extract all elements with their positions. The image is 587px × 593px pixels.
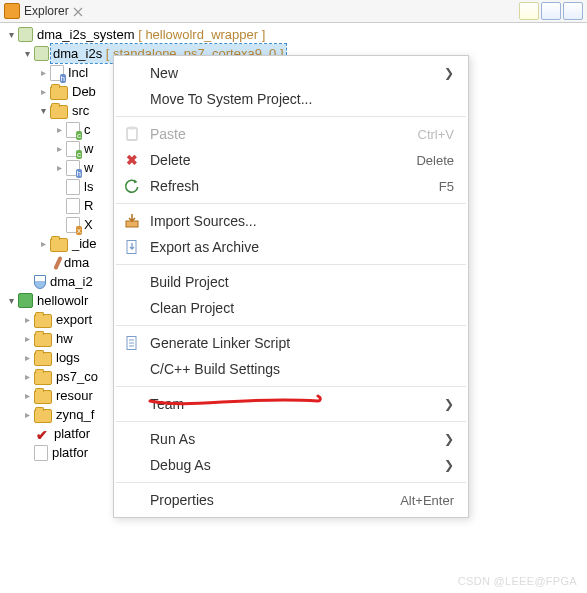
folder-icon	[34, 333, 52, 347]
chevron-right-icon[interactable]	[20, 351, 34, 365]
menu-move-to-system-project[interactable]: Move To System Project...	[114, 86, 468, 112]
tree-label: _ide	[70, 234, 99, 253]
chevron-right-icon: ❯	[436, 397, 454, 411]
tree-label: X	[82, 215, 95, 234]
menu-generate-linker-script[interactable]: Generate Linker Script	[114, 330, 468, 356]
refresh-icon	[114, 178, 150, 194]
tree-label: ps7_co	[54, 367, 100, 386]
close-icon[interactable]	[73, 5, 85, 17]
chevron-right-icon[interactable]	[36, 66, 50, 80]
chevron-right-icon: ❯	[436, 458, 454, 472]
file-icon	[66, 198, 80, 214]
menu-separator	[116, 386, 466, 387]
context-menu: New ❯ Move To System Project... Paste Ct…	[113, 55, 469, 518]
leaf-icon	[52, 199, 66, 213]
menu-debug-as[interactable]: Debug As ❯	[114, 452, 468, 478]
chevron-down-icon[interactable]	[36, 104, 50, 118]
flask-icon	[34, 275, 46, 289]
menu-clean-project[interactable]: Clean Project	[114, 295, 468, 321]
leaf-icon	[20, 446, 34, 460]
view-tab-strip: Explorer	[0, 0, 587, 23]
folder-icon	[50, 86, 68, 100]
chevron-right-icon[interactable]	[52, 161, 66, 175]
leaf-icon	[52, 218, 66, 232]
tree-label: c	[82, 120, 93, 139]
file-icon	[34, 445, 48, 461]
chevron-right-icon[interactable]	[36, 237, 50, 251]
chevron-right-icon: ❯	[436, 432, 454, 446]
delete-icon: ✖	[114, 152, 150, 168]
paste-icon	[114, 126, 150, 142]
menu-properties[interactable]: Properties Alt+Enter	[114, 487, 468, 513]
tree-label: platfor	[52, 424, 92, 443]
chevron-down-icon[interactable]	[4, 294, 18, 308]
archive-icon	[114, 239, 150, 255]
menu-team[interactable]: Team ❯	[114, 391, 468, 417]
c-file-icon	[66, 122, 80, 138]
menu-delete[interactable]: ✖ Delete Delete	[114, 147, 468, 173]
toolbar-button-2[interactable]	[563, 2, 583, 20]
tree-label: Deb	[70, 82, 98, 101]
menu-separator	[116, 116, 466, 117]
x-file-icon	[66, 217, 80, 233]
folder-icon	[34, 371, 52, 385]
toolbar-button-1[interactable]	[541, 2, 561, 20]
explorer-tab-label: Explorer	[24, 4, 69, 18]
tree-label: w	[82, 139, 95, 158]
menu-separator	[116, 421, 466, 422]
tree-label: src	[70, 101, 91, 120]
menu-export-archive[interactable]: Export as Archive	[114, 234, 468, 260]
chevron-down-icon[interactable]	[4, 28, 18, 42]
chevron-right-icon[interactable]	[20, 313, 34, 327]
menu-import-sources[interactable]: Import Sources...	[114, 208, 468, 234]
folder-icon	[34, 409, 52, 423]
tree-label: hellowolr	[35, 291, 90, 310]
menu-new[interactable]: New ❯	[114, 60, 468, 86]
leaf-icon	[52, 180, 66, 194]
leaf-icon	[20, 275, 34, 289]
tree-label: resour	[54, 386, 95, 405]
script-icon	[114, 335, 150, 351]
explorer-tab[interactable]: Explorer	[4, 3, 85, 19]
import-icon	[114, 213, 150, 229]
menu-separator	[116, 264, 466, 265]
minimize-view-button[interactable]	[519, 2, 539, 20]
c-file-icon	[66, 141, 80, 157]
system-project-icon	[18, 27, 33, 42]
source-folder-icon	[50, 105, 68, 119]
svg-rect-3	[129, 127, 135, 130]
chevron-right-icon[interactable]	[20, 370, 34, 384]
tree-label: w	[82, 158, 95, 177]
tree-label: R	[82, 196, 95, 215]
menu-refresh[interactable]: Refresh F5	[114, 173, 468, 199]
folder-icon	[50, 238, 68, 252]
tree-label: dma_i2	[48, 272, 95, 291]
leaf-icon	[36, 256, 50, 270]
svg-rect-2	[127, 128, 137, 140]
menu-build-project[interactable]: Build Project	[114, 269, 468, 295]
tree-label: ls	[82, 177, 95, 196]
chevron-right-icon[interactable]	[20, 408, 34, 422]
tree-label: export	[54, 310, 94, 329]
chevron-right-icon[interactable]	[20, 389, 34, 403]
chevron-right-icon[interactable]	[52, 123, 66, 137]
menu-c-cpp-build-settings[interactable]: C/C++ Build Settings	[114, 356, 468, 382]
app-project-icon	[34, 46, 49, 61]
leaf-icon	[20, 427, 34, 441]
menu-separator	[116, 325, 466, 326]
chevron-right-icon[interactable]	[52, 142, 66, 156]
chevron-down-icon[interactable]	[20, 47, 34, 61]
tree-item-dma-i2s-system[interactable]: dma_i2s_system [ hellowolrd_wrapper ]	[4, 25, 587, 44]
tree-label: Incl	[66, 63, 90, 82]
view-toolbar	[519, 2, 583, 20]
menu-separator	[116, 203, 466, 204]
tree-label: dma	[62, 253, 91, 272]
tree-label: dma_i2s_system [ hellowolrd_wrapper ]	[35, 25, 267, 44]
tree-label: logs	[54, 348, 82, 367]
chevron-right-icon[interactable]	[36, 85, 50, 99]
tree-label: hw	[54, 329, 75, 348]
folder-icon	[34, 352, 52, 366]
chevron-right-icon[interactable]	[20, 332, 34, 346]
file-icon	[66, 179, 80, 195]
menu-run-as[interactable]: Run As ❯	[114, 426, 468, 452]
